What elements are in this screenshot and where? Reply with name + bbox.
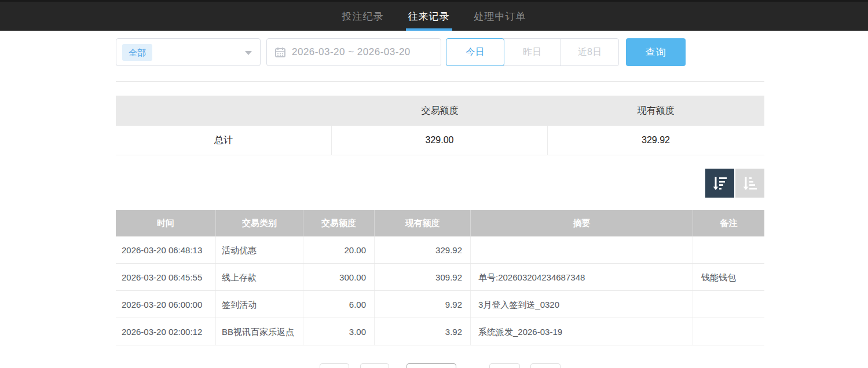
header-remark: 备注: [693, 210, 764, 236]
cell-type: BB视讯百家乐返点: [216, 318, 303, 345]
cell-remark: 钱能钱包: [693, 264, 764, 290]
summary-trade-amount-value: 329.00: [332, 126, 548, 155]
cell-amount: 300.00: [303, 264, 375, 290]
cell-amount: 6.00: [303, 291, 375, 318]
caret-down-icon: [245, 51, 252, 55]
pagination-current-page[interactable]: [406, 363, 456, 368]
sort-bar: [116, 169, 764, 198]
sort-descending-icon: [711, 174, 728, 192]
date-range-value: 2026-03-20 ~ 2026-03-20: [292, 46, 411, 58]
cell-balance: 9.92: [375, 291, 471, 318]
header-time: 时间: [116, 210, 216, 236]
sort-ascending-button[interactable]: [735, 169, 764, 198]
table-row: 2026-03-20 06:45:55 线上存款 300.00 309.92 单…: [116, 264, 764, 291]
header-type: 交易类别: [216, 210, 303, 236]
last-8-days-button[interactable]: 近8日: [561, 39, 618, 65]
pagination-button[interactable]: [530, 363, 561, 368]
cell-balance: 3.92: [375, 318, 471, 345]
cell-time: 2026-03-20 06:48:13: [116, 236, 216, 263]
header-balance: 现有额度: [375, 210, 471, 236]
summary-header-balance: 现有额度: [548, 96, 764, 126]
today-button[interactable]: 今日: [446, 38, 504, 66]
summary-balance-value: 329.92: [548, 126, 764, 155]
pagination-button[interactable]: [489, 363, 520, 368]
table-row: 2026-03-20 02:00:12 BB视讯百家乐返点 3.00 3.92 …: [116, 318, 764, 345]
cell-time: 2026-03-20 06:00:00: [116, 291, 216, 318]
pagination-button[interactable]: [360, 363, 389, 368]
pagination-button[interactable]: [320, 363, 349, 368]
transaction-type-select[interactable]: 全部: [116, 38, 261, 66]
table-row: 2026-03-20 06:00:00 签到活动 6.00 9.92 3月登入签…: [116, 291, 764, 318]
tab-label: 投注纪录: [342, 10, 384, 23]
transactions-table: 时间 交易类别 交易额度 现有额度 摘要 备注 2026-03-20 06:48…: [116, 210, 764, 345]
cell-amount: 3.00: [303, 318, 375, 345]
cell-remark: [693, 318, 764, 345]
sort-ascending-icon: [741, 174, 759, 192]
cell-remark: [693, 236, 764, 263]
summary-header-empty: [116, 96, 332, 126]
tab-processing-orders[interactable]: 处理中订单: [471, 2, 530, 31]
cell-type: 活动优惠: [216, 236, 303, 263]
summary-total-row: 总计 329.00 329.92: [116, 126, 764, 155]
button-label: 今日: [466, 46, 485, 59]
yesterday-button[interactable]: 昨日: [504, 39, 561, 65]
cell-type: 签到活动: [216, 291, 303, 318]
cell-balance: 309.92: [375, 264, 471, 290]
date-range-picker[interactable]: 2026-03-20 ~ 2026-03-20: [266, 38, 441, 66]
tab-label: 往来记录: [408, 10, 450, 23]
filter-divider: [116, 81, 764, 82]
button-label: 近8日: [578, 46, 602, 59]
header-summary: 摘要: [471, 210, 693, 236]
cell-summary: 单号:202603204234687348: [471, 264, 693, 290]
summary-table: 交易额度 现有额度 总计 329.00 329.92: [116, 96, 764, 155]
summary-total-label: 总计: [116, 126, 332, 155]
filter-row: 全部 2026-03-20 ~ 2026-03-20 今日 昨日: [116, 38, 764, 66]
quick-date-button-group: 今日 昨日 近8日: [446, 38, 619, 66]
cell-time: 2026-03-20 02:00:12: [116, 318, 216, 345]
header-amount: 交易额度: [303, 210, 375, 236]
sort-descending-button[interactable]: [705, 169, 734, 198]
cell-summary: 系统派发_2026-03-19: [471, 318, 693, 345]
cell-balance: 329.92: [375, 236, 471, 263]
tab-label: 处理中订单: [474, 10, 526, 23]
calendar-icon: [275, 47, 285, 57]
cell-type: 线上存款: [216, 264, 303, 290]
cell-amount: 20.00: [303, 236, 375, 263]
top-tab-bar: 投注纪录 往来记录 处理中订单: [0, 0, 868, 31]
cell-remark: [693, 291, 764, 318]
tab-transaction-records[interactable]: 往来记录: [405, 2, 453, 31]
search-button[interactable]: 查询: [626, 38, 686, 66]
active-tab-underline: [406, 28, 452, 31]
summary-header-trade-amount: 交易额度: [332, 96, 548, 126]
button-label: 昨日: [523, 46, 541, 59]
tab-betting-records[interactable]: 投注纪录: [339, 2, 387, 31]
main-content: 全部 2026-03-20 ~ 2026-03-20 今日 昨日: [116, 38, 764, 345]
summary-header-row: 交易额度 现有额度: [116, 96, 764, 126]
cell-time: 2026-03-20 06:45:55: [116, 264, 216, 290]
selected-type-chip: 全部: [122, 44, 152, 61]
cell-summary: [471, 236, 693, 263]
cell-summary: 3月登入签到送_0320: [471, 291, 693, 318]
table-row: 2026-03-20 06:48:13 活动优惠 20.00 329.92: [116, 236, 764, 264]
table-header-row: 时间 交易类别 交易额度 现有额度 摘要 备注: [116, 210, 764, 236]
